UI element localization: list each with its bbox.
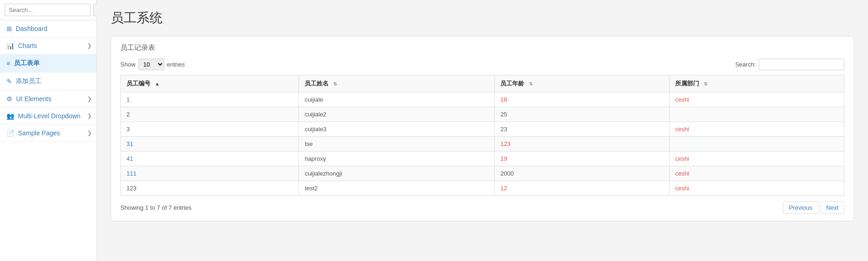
cell-name: cuijiale3 [299,122,495,137]
sort-name-icon: ⇅ [333,81,337,86]
employee-table: 员工编号 ▲ 员工姓名 ⇅ 员工年龄 ⇅ 所属部门 [120,75,844,196]
chevron-right-icon: ❯ [87,42,92,49]
chevron-right-icon: ❯ [87,113,92,119]
col-age-label: 员工年龄 [500,80,524,87]
cell-id: 1 [121,92,299,107]
cell-dept [670,137,844,152]
sidebar-item-label: Dashboard [16,25,48,32]
pagination: Previous Next [783,201,844,214]
bar-chart-icon: 📊 [6,42,14,49]
cell-dept: ceshi [670,166,844,181]
table-row: 111 cuijialezhongji 2000 ceshi [121,166,844,181]
cell-name: test2 [299,181,495,196]
sidebar-item-charts[interactable]: 📊 Charts ❯ [0,37,96,55]
entries-select[interactable]: 10 25 50 100 [138,59,164,70]
cell-age: 18 [495,92,670,107]
cell-id: 31 [121,137,299,152]
cell-dept [670,107,844,122]
card-title: 员工记录表 [120,43,844,52]
sidebar-item-label: UI Elements [16,95,51,103]
previous-button[interactable]: Previous [783,201,819,214]
sidebar-item-dashboard[interactable]: ⊞ Dashboard [0,20,96,37]
table-row: 1 cuijiale 18 ceshi [121,92,844,107]
table-row: 2 cuijiale2 25 [121,107,844,122]
table-search-control: Search: [735,59,844,70]
cell-id: 41 [121,152,299,166]
show-entries-control: Show 10 25 50 100 entries [120,59,185,70]
sidebar-item-label: 添加员工 [16,77,42,85]
sort-dept-icon: ⇅ [704,81,707,86]
cell-name: haproxy [299,152,495,166]
col-id-label: 员工编号 [126,80,150,87]
table-row: 41 haproxy 19 ceshi [121,152,844,166]
search-input[interactable] [5,4,90,16]
cell-id: 123 [121,181,299,196]
table-row: 3 cuijiale3 23 ceshi [121,122,844,137]
sidebar-item-add-employee[interactable]: ✎ 添加员工 [0,73,96,91]
sidebar-item-label: Sample Pages [18,129,60,137]
sidebar-item-employee-list[interactable]: ≡ 员工表单 [0,55,96,73]
entries-label: entries [167,61,185,68]
wrench-icon: ⚙ [6,95,12,103]
main-content: 员工系统 员工记录表 Show 10 25 50 100 entries Sea… [97,0,868,261]
next-button[interactable]: Next [820,201,844,214]
edit-icon: ✎ [6,78,12,85]
cell-age: 25 [495,107,670,122]
table-row: 31 tse 123 [121,137,844,152]
sidebar-item-label: Charts [18,42,37,49]
sidebar-item-label: 员工表单 [14,59,40,67]
cell-name: cuijiale2 [299,107,495,122]
col-header-name[interactable]: 员工姓名 ⇅ [299,75,495,92]
sort-id-icon: ▲ [155,81,160,86]
cell-dept: ceshi [670,122,844,137]
sidebar-item-multi-level[interactable]: 👥 Multi-Level Dropdown ❯ [0,108,96,125]
chevron-right-icon: ❯ [87,130,92,136]
cell-age: 2000 [495,166,670,181]
cell-age: 123 [495,137,670,152]
sidebar-item-sample-pages[interactable]: 📄 Sample Pages ❯ [0,125,96,142]
table-bottom-controls: Showing 1 to 7 of 7 entries Previous Nex… [120,201,844,214]
search-label: Search: [735,61,756,68]
chevron-right-icon: ❯ [87,96,92,102]
table-search-input[interactable] [759,59,844,70]
file-icon: 📄 [6,129,14,137]
users-icon: 👥 [6,112,14,120]
col-header-dept[interactable]: 所属部门 ⇅ [670,75,844,92]
search-container: 🔍 [0,0,96,20]
table-top-controls: Show 10 25 50 100 entries Search: [120,59,844,70]
cell-dept: ceshi [670,92,844,107]
pagination-info: Showing 1 to 7 of 7 entries [120,204,192,211]
sidebar-item-ui-elements[interactable]: ⚙ UI Elements ❯ [0,91,96,108]
sort-up-icon: ▲ [155,81,160,86]
cell-id: 111 [121,166,299,181]
cell-name: tse [299,137,495,152]
cell-age: 23 [495,122,670,137]
cell-name: cuijiale [299,92,495,107]
cell-name: cuijialezhongji [299,166,495,181]
grid-icon: ⊞ [6,25,12,32]
table-body: 1 cuijiale 18 ceshi 2 cuijiale2 25 3 cui… [121,92,844,196]
table-header-row: 员工编号 ▲ 员工姓名 ⇅ 员工年龄 ⇅ 所属部门 [121,75,844,92]
employee-card: 员工记录表 Show 10 25 50 100 entries Search: [111,36,854,221]
cell-dept: ceshi [670,181,844,196]
cell-dept: ceshi [670,152,844,166]
col-name-label: 员工姓名 [305,80,329,87]
cell-age: 12 [495,181,670,196]
cell-id: 2 [121,107,299,122]
page-title: 员工系统 [111,9,854,27]
col-header-age[interactable]: 员工年龄 ⇅ [495,75,670,92]
col-header-id[interactable]: 员工编号 ▲ [121,75,299,92]
cell-id: 3 [121,122,299,137]
show-label: Show [120,61,136,68]
col-dept-label: 所属部门 [675,80,699,87]
sidebar: 🔍 ⊞ Dashboard 📊 Charts ❯ ≡ 员工表单 ✎ 添加员工 ⚙… [0,0,97,261]
sort-age-icon: ⇅ [529,81,533,86]
cell-age: 19 [495,152,670,166]
table-icon: ≡ [6,60,10,67]
table-row: 123 test2 12 ceshi [121,181,844,196]
sidebar-item-label: Multi-Level Dropdown [18,112,80,120]
